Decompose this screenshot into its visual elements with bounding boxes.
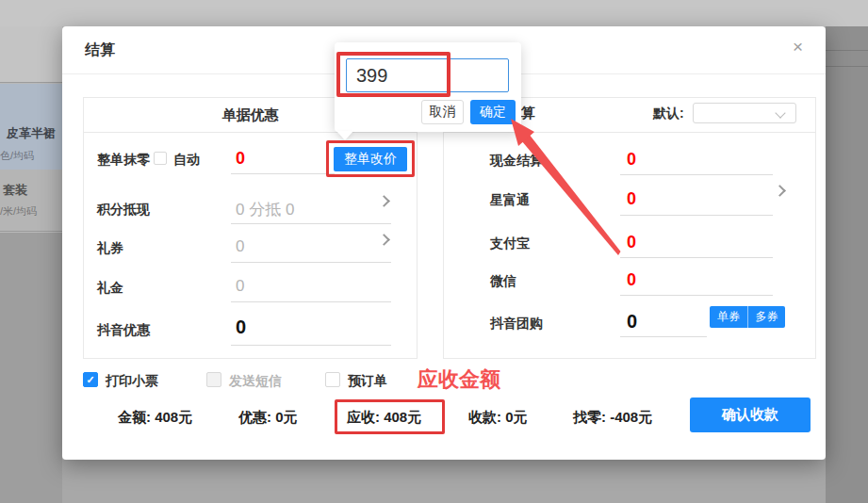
gift-coupon-value[interactable]: 0 <box>236 237 244 256</box>
discount-amount-label: 优惠: <box>238 409 271 425</box>
background-row-selected: 皮革半裙 色/均码 <box>0 84 62 170</box>
input-underline <box>231 345 391 346</box>
douyin-discount-value[interactable]: 0 <box>236 316 246 338</box>
discount-amount-value: 0元 <box>275 409 297 425</box>
points-deduction-value[interactable]: 0 分抵 0 <box>236 199 294 220</box>
background-table-header <box>0 26 62 83</box>
wechat-value[interactable]: 0 <box>627 270 636 290</box>
douyin-discount-label: 抖音优惠 <box>97 322 150 339</box>
points-deduction-label: 积分抵现 <box>97 202 150 219</box>
input-underline <box>620 174 773 175</box>
input-underline <box>620 295 773 296</box>
due-amount-label: 应收: <box>347 409 380 425</box>
gift-money-value[interactable]: 0 <box>236 277 244 296</box>
alipay-label: 支付宝 <box>490 235 530 252</box>
due-amount: 应收: 408元 <box>347 409 421 427</box>
douyin-groupbuy-value[interactable]: 0 <box>627 311 637 333</box>
background-product-list: 皮革半裙 色/均码 套装 /米/均码 <box>0 26 62 503</box>
confirm-button[interactable]: 确定 <box>470 100 516 124</box>
background-row: 套装 /米/均码 <box>0 170 62 232</box>
auto-round-label: 自动 <box>173 152 200 169</box>
received-amount: 收款: 0元 <box>468 409 528 427</box>
default-label: 默认: <box>653 105 684 122</box>
received-amount-label: 收款: <box>468 409 501 425</box>
check-icon: ✓ <box>86 374 94 386</box>
product-name: 皮革半裙 <box>7 125 56 142</box>
background-right-strip <box>826 26 868 503</box>
alipay-value[interactable]: 0 <box>627 233 636 252</box>
background-top-strip <box>0 0 868 26</box>
annotation-due-amount: 应收金额 <box>418 365 500 394</box>
douyin-groupbuy-label: 抖音团购 <box>490 316 543 333</box>
total-amount-value: 408元 <box>155 409 192 425</box>
input-underline <box>231 223 391 224</box>
gift-money-label: 礼金 <box>97 280 123 297</box>
screen: 皮革半裙 色/均码 套装 /米/均码 结算 × 单据优惠 整单抹零 自动 0 整… <box>0 0 868 503</box>
dialog-title: 结算 <box>85 41 115 60</box>
wechat-label: 微信 <box>490 273 516 290</box>
default-payment-select[interactable] <box>693 103 796 123</box>
product-spec: 色/均码 <box>0 149 34 163</box>
coupon-buttons: 单券 多券 <box>710 306 785 328</box>
multi-coupon-button[interactable]: 多券 <box>747 306 785 328</box>
input-underline <box>231 301 391 302</box>
input-underline <box>620 336 707 337</box>
auto-round-checkbox[interactable] <box>154 152 167 165</box>
xingfutong-label: 星富通 <box>490 192 530 209</box>
confirm-payment-button[interactable]: 确认收款 <box>690 398 811 432</box>
send-sms-checkbox[interactable] <box>206 372 221 387</box>
input-underline <box>620 215 773 216</box>
change-amount: 找零: -408元 <box>573 409 652 427</box>
discount-amount: 优惠: 0元 <box>238 409 298 427</box>
single-coupon-button[interactable]: 单券 <box>710 306 747 328</box>
cash-value[interactable]: 0 <box>627 150 636 170</box>
cancel-button[interactable]: 取消 <box>421 100 464 124</box>
input-underline <box>231 262 391 263</box>
order-discount-card: 单据优惠 <box>83 97 418 359</box>
input-underline <box>231 173 335 174</box>
product-spec: /米/均码 <box>0 204 37 219</box>
print-receipt-label: 打印小票 <box>106 373 158 390</box>
preorder-label: 预订单 <box>348 373 387 390</box>
preorder-checkbox[interactable] <box>325 372 340 387</box>
background-bottom-strip <box>62 460 826 503</box>
product-name: 套装 <box>3 182 27 199</box>
popup-tail <box>336 131 353 140</box>
cash-label: 现金结算 <box>490 153 543 170</box>
total-amount-label: 金额: <box>118 409 151 425</box>
due-amount-value: 408元 <box>384 409 421 425</box>
change-amount-label: 找零: <box>573 409 606 425</box>
new-price-input[interactable] <box>346 58 509 92</box>
round-off-label: 整单抹零 <box>97 152 150 169</box>
input-underline <box>620 257 773 258</box>
close-icon[interactable]: × <box>793 38 803 56</box>
print-receipt-checkbox[interactable]: ✓ <box>83 372 98 387</box>
send-sms-label: 发送短信 <box>229 373 282 390</box>
chevron-down-icon <box>775 107 785 118</box>
change-order-price-button[interactable]: 整单改价 <box>334 147 407 171</box>
gift-coupon-label: 礼券 <box>97 240 123 257</box>
xingfutong-value[interactable]: 0 <box>627 189 636 209</box>
round-off-value[interactable]: 0 <box>236 149 245 169</box>
background-table-footer <box>0 233 62 503</box>
change-amount-value: -408元 <box>610 409 652 425</box>
total-amount: 金额: 408元 <box>118 409 192 427</box>
received-amount-value: 0元 <box>505 409 527 425</box>
